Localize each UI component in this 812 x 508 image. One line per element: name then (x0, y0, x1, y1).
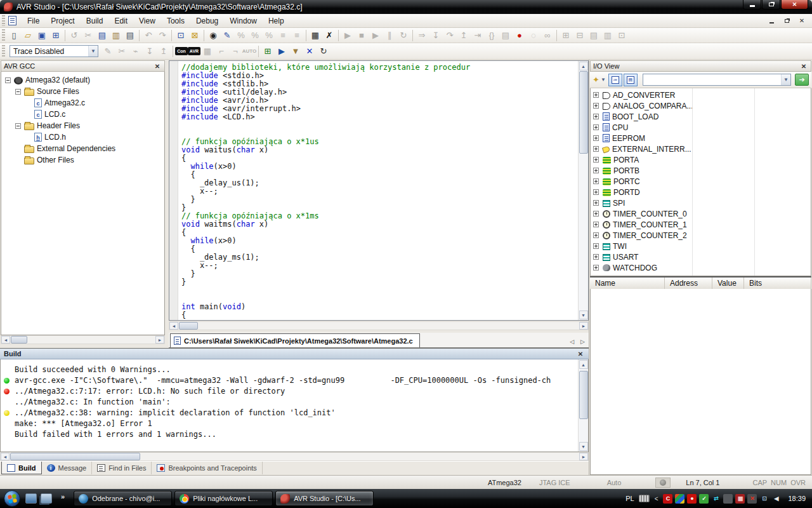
build-panel-close-icon[interactable]: ✕ (576, 350, 585, 358)
redo-button[interactable]: ↷ (155, 29, 169, 42)
avr-badge-button[interactable]: AVR (188, 47, 200, 55)
io-window-button[interactable]: ▥ (601, 29, 615, 42)
scroll-left-icon[interactable]: ◄ (1, 336, 10, 344)
io-tree-view-toggle[interactable]: ≔ (608, 74, 622, 86)
reset-button[interactable]: ↻ (396, 29, 410, 42)
project-panel-close-icon[interactable]: ✕ (153, 62, 162, 70)
expand-icon[interactable] (593, 254, 599, 260)
menu-view[interactable]: View (133, 15, 161, 27)
tree-item-lcd-h[interactable]: hLCD.h (1, 131, 164, 143)
expand-icon[interactable] (593, 178, 599, 184)
expand-icon[interactable] (593, 92, 599, 98)
scroll-up-icon[interactable]: ▲ (579, 62, 588, 70)
quickwatch-button[interactable]: ∞ (540, 29, 554, 42)
io-item-timer-counter-1[interactable]: TIMER_COUNTER_1 (591, 219, 811, 230)
io-item-timer-counter-2[interactable]: TIMER_COUNTER_2 (591, 230, 811, 241)
menu-edit[interactable]: Edit (108, 15, 133, 27)
scroll-thumb[interactable] (579, 71, 588, 154)
menu-project[interactable]: Project (45, 15, 80, 27)
expand-icon[interactable] (593, 232, 599, 238)
menu-file[interactable]: File (22, 15, 45, 27)
io-item-porta[interactable]: PORTA (591, 154, 811, 165)
io-column-name[interactable]: Name (590, 277, 665, 289)
scroll-left-icon[interactable]: ◄ (1, 453, 10, 460)
tree-item-header-files[interactable]: Header Files (1, 120, 164, 131)
scroll-thumb[interactable] (10, 453, 140, 460)
scroll-right-icon[interactable]: ► (579, 322, 588, 330)
volume-icon[interactable]: ◀ (771, 494, 781, 504)
trace-cut-button[interactable]: ✂ (115, 45, 129, 58)
break-button[interactable]: ■ (355, 29, 369, 42)
io-column-bits[interactable]: Bits (744, 277, 811, 289)
language-indicator[interactable]: PL (625, 495, 634, 502)
io-go-button[interactable]: ➔ (795, 74, 809, 86)
scroll-right-icon[interactable]: ► (155, 336, 164, 344)
io-item-external-interr-[interactable]: EXTERNAL_INTERR... (591, 144, 811, 154)
compile-button[interactable]: ▼ (289, 45, 303, 58)
open-file-button[interactable]: ▱ (21, 29, 35, 42)
expand-icon[interactable] (593, 135, 599, 141)
expand-icon[interactable] (593, 146, 599, 152)
show-next-statement-button[interactable]: ⇒ (415, 29, 429, 42)
clear-bookmarks-button[interactable]: % (262, 29, 276, 42)
io-column-address[interactable]: Address (665, 277, 712, 289)
autostep-button[interactable]: {} (485, 29, 499, 42)
cut-button[interactable]: ✂ (81, 29, 95, 42)
edit-bookmark-button[interactable]: ✎ (220, 29, 234, 42)
tree-item-atmega32-default-[interactable]: Atmega32 (default) (1, 74, 164, 86)
paste-button[interactable]: ▥ (109, 29, 123, 42)
compile-run-button[interactable]: ▶ (369, 29, 383, 42)
tree-item-external-dependencies[interactable]: External Dependencies (1, 143, 164, 154)
taskbar-button-avr[interactable]: AVR Studio - [C:\Us... (275, 491, 374, 506)
step-out-button[interactable]: ↥ (457, 29, 471, 42)
menu-window[interactable]: Window (224, 15, 263, 27)
auto-label-button[interactable]: AUTO (242, 45, 256, 58)
scroll-right-icon[interactable]: ► (579, 453, 588, 460)
mdi-restore-button[interactable] (782, 17, 792, 25)
tree-item-other-files[interactable]: Other Files (1, 154, 164, 166)
quicklaunch-overflow-chevron[interactable]: » (61, 493, 65, 500)
expand-icon[interactable] (593, 124, 599, 130)
tab-scroll-right-icon[interactable]: ▷ (580, 338, 585, 345)
trace-up-button[interactable]: ↥ (157, 45, 171, 58)
trace-combo[interactable]: Trace Disabled ▼ (10, 45, 98, 57)
tab-build[interactable]: Build (1, 462, 42, 474)
code-editor[interactable]: //dodajemy biblioteki, które umożliwiają… (178, 61, 578, 320)
register-window-button[interactable]: ▤ (587, 29, 601, 42)
pause-button[interactable]: ∥ (383, 29, 396, 42)
new-file-button[interactable]: ▯ (7, 29, 21, 42)
build-output[interactable]: Build succeeded with 0 Warnings...avr-gc… (1, 359, 578, 451)
indent-button[interactable]: ≡ (276, 29, 290, 42)
find-button[interactable]: ◉ (206, 29, 220, 42)
io-view-close-icon[interactable]: ✕ (799, 62, 808, 70)
tab-breakpoints-and-tracepoints[interactable]: Breakpoints and Tracepoints (152, 462, 262, 474)
io-item-eeprom[interactable]: EEPROM (591, 133, 811, 144)
run-button[interactable]: ▶ (341, 29, 355, 42)
copy-button[interactable]: ▤ (95, 29, 109, 42)
net-probe2-button[interactable]: ¬ (228, 45, 242, 58)
scroll-left-icon[interactable]: ◄ (169, 322, 178, 330)
memory-window-button[interactable]: ⊟ (573, 29, 587, 42)
expand-icon[interactable] (593, 243, 599, 249)
red-grid-icon[interactable]: ▦ (735, 494, 745, 504)
project-settings-button[interactable]: ↻ (317, 45, 331, 58)
revert-button[interactable]: ↺ (67, 29, 81, 42)
mdi-minimize-button[interactable] (766, 17, 776, 25)
tab-scroll-left-icon[interactable]: ◁ (570, 338, 574, 345)
expand-icon[interactable] (593, 222, 599, 227)
avr-program-button[interactable]: ▦ (308, 29, 322, 42)
minimize-button[interactable] (743, 0, 761, 10)
menu-tools[interactable]: Tools (161, 15, 190, 27)
step-into-button[interactable]: ↧ (429, 29, 443, 42)
save-button[interactable]: ▣ (35, 29, 49, 42)
network-icon[interactable]: ⊡ (759, 494, 769, 504)
next-bookmark-button[interactable]: % (248, 29, 262, 42)
comodo-shield-icon[interactable]: C (663, 494, 672, 504)
io-item-portb[interactable]: PORTB (591, 165, 811, 176)
cascade-windows-button[interactable]: ⊡ (174, 29, 188, 42)
sync-arrows-icon[interactable]: ⇄ (711, 494, 721, 504)
scroll-thumb[interactable] (179, 322, 198, 330)
send-to-window-button[interactable]: ⊠ (188, 29, 202, 42)
project-tree-hscrollbar[interactable]: ◄ ► (1, 335, 165, 344)
tree-item-atmega32-c[interactable]: cAtmega32.c (1, 97, 164, 109)
